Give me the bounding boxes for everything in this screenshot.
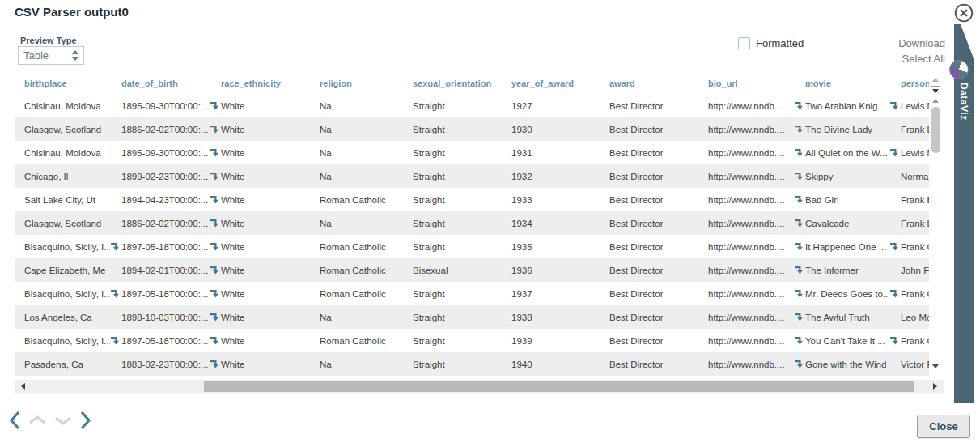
- overflow-arrow-icon: [210, 194, 220, 205]
- cell-movie: You Can't Take It ...: [805, 335, 901, 346]
- download-link[interactable]: Download: [898, 37, 945, 49]
- scroll-step-up-icon[interactable]: [932, 99, 939, 103]
- cell-birthplace: Pasadena, Ca: [24, 360, 121, 369]
- cell-race_ethnicity: White: [221, 172, 320, 181]
- preview-type-label: Preview Type: [20, 36, 77, 45]
- cell-sexual_orientation: Straight: [413, 336, 511, 346]
- overflow-arrow-icon: [794, 335, 804, 346]
- table-row: Glasgow, Scotland1886-02-02T00:00:...Whi…: [15, 117, 929, 141]
- data-table: Chisinau, Moldova1895-09-30T00:00:...Whi…: [15, 94, 929, 376]
- overflow-arrow-icon: [210, 241, 220, 252]
- overflow-arrow-icon: [794, 265, 804, 275]
- overflow-arrow-icon: [210, 265, 220, 275]
- cell-bio_url: http://www.nndb....: [708, 171, 805, 181]
- overflow-arrow-icon: [794, 194, 804, 205]
- cell-movie: Cavalcade: [805, 219, 901, 228]
- cell-award: Best Director: [609, 313, 708, 322]
- scroll-up-icon[interactable]: [932, 78, 939, 82]
- cell-religion: Na: [320, 360, 413, 369]
- cell-movie: Two Arabian Knig...: [805, 100, 901, 111]
- scroll-left-icon[interactable]: [21, 383, 25, 390]
- cell-birthplace: Bisacquino, Sicily, I...: [24, 288, 121, 299]
- cell-bio_url: http://www.nndb....: [708, 312, 805, 322]
- cell-sexual_orientation: Straight: [413, 219, 511, 228]
- pager-next-button[interactable]: [78, 410, 92, 431]
- cell-person: Frank B: [901, 195, 929, 205]
- cell-bio_url: http://www.nndb....: [708, 265, 805, 275]
- cell-person: Frank L: [901, 125, 929, 134]
- cell-year_of_award: 1933: [511, 195, 609, 205]
- cell-year_of_award: 1937: [511, 289, 609, 299]
- cell-date_of_birth: 1898-10-03T00:00:...: [121, 312, 221, 322]
- overflow-arrow-icon: [210, 335, 220, 346]
- cell-race_ethnicity: White: [221, 266, 320, 275]
- overflow-arrow-icon: [794, 288, 804, 299]
- table-row: Bisacquino, Sicily, I...1897-05-18T00:00…: [15, 329, 929, 352]
- table-row: Chicago, Il1899-02-23T00:00:...WhiteNaSt…: [15, 164, 929, 188]
- cell-race_ethnicity: White: [221, 219, 320, 228]
- cell-birthplace: Los Angeles, Ca: [24, 313, 121, 322]
- pager-prev-button[interactable]: [8, 410, 22, 431]
- table-row: Cape Elizabeth, Me1894-02-01T00:00:...Wh…: [15, 258, 929, 282]
- overflow-arrow-icon: [794, 124, 804, 134]
- cell-award: Best Director: [609, 242, 708, 252]
- overflow-arrow-icon: [794, 241, 804, 252]
- cell-race_ethnicity: White: [221, 195, 320, 205]
- scroll-down-icon[interactable]: [932, 364, 939, 368]
- vertical-scrollbar-thumb[interactable]: [931, 107, 940, 153]
- cell-person: John Fo: [901, 266, 929, 275]
- pager-down-button[interactable]: [53, 414, 74, 427]
- cell-religion: Na: [320, 219, 413, 228]
- dialog-close-icon[interactable]: [954, 3, 974, 23]
- select-all-link[interactable]: Select All: [902, 53, 945, 65]
- cell-movie: Skippy: [805, 172, 901, 181]
- overflow-arrow-icon: [794, 100, 804, 111]
- close-button[interactable]: Close: [917, 415, 970, 438]
- column-header-religion: religion: [320, 79, 413, 88]
- overflow-arrow-icon: [210, 124, 220, 134]
- overflow-arrow-icon: [210, 359, 220, 369]
- scroll-right-icon[interactable]: [933, 383, 937, 390]
- overflow-arrow-icon: [794, 359, 804, 369]
- cell-date_of_birth: 1897-05-18T00:00:...: [121, 335, 221, 346]
- cell-movie: The Awful Truth: [805, 313, 901, 322]
- overflow-arrow-icon: [210, 218, 220, 228]
- scroll-step-down-icon[interactable]: [932, 89, 939, 93]
- cell-birthplace: Glasgow, Scotland: [24, 219, 121, 228]
- cell-award: Best Director: [609, 219, 708, 228]
- formatted-checkbox[interactable]: [738, 37, 750, 49]
- table-header-row: birthplacedate_of_birthrace_ethnicityrel…: [15, 73, 929, 94]
- cell-race_ethnicity: White: [221, 360, 320, 369]
- horizontal-scrollbar-thumb[interactable]: [204, 381, 914, 392]
- vertical-scrollbar[interactable]: [929, 75, 943, 377]
- cell-date_of_birth: 1886-02-02T00:00:...: [121, 124, 221, 134]
- table-row: Bisacquino, Sicily, I...1897-05-18T00:00…: [15, 282, 929, 305]
- cell-person: Victor F: [901, 360, 929, 369]
- collapse-arrow-icon: [954, 24, 974, 60]
- cell-year_of_award: 1936: [511, 266, 609, 275]
- overflow-arrow-icon: [889, 288, 900, 299]
- cell-person: Frank C: [901, 336, 929, 346]
- cell-sexual_orientation: Straight: [413, 172, 511, 181]
- cell-year_of_award: 1932: [511, 172, 609, 181]
- pager-up-button[interactable]: [27, 414, 48, 427]
- cell-date_of_birth: 1899-02-23T00:00:...: [121, 171, 221, 181]
- spinner-up-icon: [72, 50, 78, 54]
- overflow-arrow-icon: [889, 147, 900, 158]
- cell-race_ethnicity: White: [221, 101, 320, 111]
- column-header-movie: movie: [805, 79, 901, 88]
- chevron-left-icon: [8, 410, 22, 431]
- cell-movie: The Divine Lady: [805, 125, 901, 134]
- cell-movie: The Informer: [805, 266, 901, 275]
- pie-chart-icon: [949, 60, 969, 79]
- horizontal-scrollbar[interactable]: [15, 380, 944, 394]
- cell-sexual_orientation: Straight: [413, 101, 511, 111]
- cell-birthplace: Chicago, Il: [24, 172, 121, 181]
- overflow-arrow-icon: [110, 335, 121, 346]
- cell-birthplace: Bisacquino, Sicily, I...: [24, 335, 121, 346]
- preview-type-select[interactable]: Table: [18, 46, 84, 65]
- dataviz-tab[interactable]: DataViz: [954, 24, 974, 403]
- overflow-arrow-icon: [110, 288, 121, 299]
- cell-year_of_award: 1940: [511, 360, 609, 369]
- table-row: Bisacquino, Sicily, I...1897-05-18T00:00…: [15, 235, 929, 258]
